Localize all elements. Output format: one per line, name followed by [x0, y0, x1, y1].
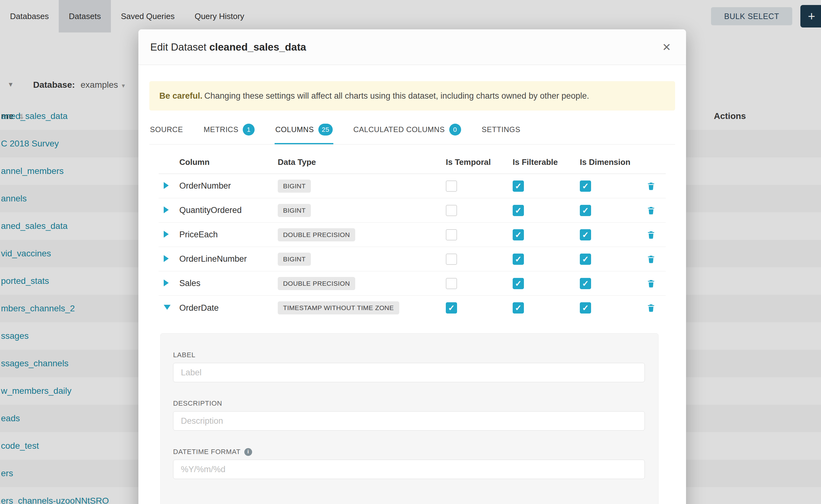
delete-column-icon[interactable] — [646, 279, 656, 288]
is-temporal-checkbox[interactable] — [446, 205, 457, 216]
column-name: PriceEach — [179, 230, 278, 240]
delete-column-icon[interactable] — [646, 206, 656, 215]
delete-column-icon[interactable] — [646, 303, 656, 313]
modal-title: Edit Dataset cleaned_sales_data — [150, 41, 306, 53]
modal-header: Edit Dataset cleaned_sales_data ✕ — [138, 29, 686, 65]
description-field-label: DESCRIPTION — [173, 399, 646, 408]
info-icon[interactable]: i — [244, 448, 252, 456]
is-dimension-checkbox[interactable] — [580, 254, 591, 265]
header-is-temporal: Is Temporal — [446, 157, 513, 167]
header-column: Column — [179, 157, 278, 167]
label-input[interactable] — [173, 363, 645, 382]
is-dimension-checkbox[interactable] — [580, 278, 591, 289]
data-type-pill: TIMESTAMP WITHOUT TIME ZONE — [278, 301, 399, 314]
is-temporal-checkbox[interactable] — [446, 254, 457, 265]
tab-badge: 0 — [449, 124, 461, 136]
data-type-pill: BIGINT — [278, 204, 311, 217]
is-filterable-checkbox[interactable] — [513, 205, 524, 216]
column-row: OrderLineNumber BIGINT — [159, 247, 666, 271]
header-data-type: Data Type — [278, 157, 446, 167]
expand-caret-icon[interactable] — [164, 279, 169, 286]
delete-column-icon[interactable] — [646, 254, 656, 264]
collapse-caret-icon[interactable] — [164, 305, 171, 310]
description-field: DESCRIPTION — [173, 399, 646, 431]
is-filterable-checkbox[interactable] — [513, 302, 524, 314]
is-temporal-checkbox[interactable] — [446, 229, 457, 240]
columns-table: Column Data Type Is Temporal Is Filterab… — [159, 151, 666, 320]
warning-bold: Be careful. — [159, 91, 202, 101]
tab-badge: 1 — [243, 124, 255, 136]
column-row: OrderNumber BIGINT — [159, 174, 666, 198]
data-type-pill: BIGINT — [278, 180, 311, 193]
tab-columns[interactable]: COLUMNS25 — [274, 118, 333, 144]
is-temporal-checkbox[interactable] — [446, 302, 457, 314]
app-window: Databases Datasets Saved Queries Query H… — [0, 0, 821, 504]
delete-column-icon[interactable] — [646, 230, 656, 240]
is-temporal-checkbox[interactable] — [446, 180, 457, 192]
expand-caret-icon[interactable] — [164, 206, 169, 213]
tab-badge: 25 — [318, 124, 333, 136]
tab-calculated-columns[interactable]: CALCULATED COLUMNS0 — [353, 118, 462, 144]
is-filterable-checkbox[interactable] — [513, 180, 524, 192]
modal-body: Be careful.Changing these settings will … — [138, 81, 686, 504]
datetime-format-field-label: DATETIME FORMAT i — [173, 448, 646, 456]
delete-column-icon[interactable] — [646, 181, 656, 191]
column-name: Sales — [179, 279, 278, 288]
column-row: Sales DOUBLE PRECISION — [159, 271, 666, 296]
close-icon[interactable]: ✕ — [659, 39, 675, 55]
data-type-pill: DOUBLE PRECISION — [278, 277, 355, 290]
expand-caret-icon[interactable] — [164, 182, 169, 189]
description-input[interactable] — [173, 411, 645, 431]
expand-caret-icon[interactable] — [164, 255, 169, 262]
datetime-format-input[interactable] — [173, 460, 645, 479]
column-row: QuantityOrdered BIGINT — [159, 198, 666, 223]
tab-metrics[interactable]: METRICS1 — [203, 118, 255, 144]
columns-table-header: Column Data Type Is Temporal Is Filterab… — [159, 151, 666, 174]
is-temporal-checkbox[interactable] — [446, 278, 457, 289]
warning-text: Changing these settings will affect all … — [204, 91, 589, 101]
datetime-format-field: DATETIME FORMAT i — [173, 448, 646, 479]
modal-tabs: SOURCE METRICS1 COLUMNS25 CALCULATED COL… — [149, 118, 675, 145]
warning-banner: Be careful.Changing these settings will … — [149, 81, 675, 111]
tab-source[interactable]: SOURCE — [149, 118, 184, 144]
is-filterable-checkbox[interactable] — [513, 229, 524, 240]
data-type-pill: DOUBLE PRECISION — [278, 228, 355, 241]
dataset-name: cleaned_sales_data — [209, 41, 306, 53]
is-dimension-checkbox[interactable] — [580, 229, 591, 240]
column-row: OrderDate TIMESTAMP WITHOUT TIME ZONE — [159, 296, 666, 320]
label-field: LABEL — [173, 351, 646, 382]
column-detail-panel: LABEL DESCRIPTION DATETIME FORMAT i — [160, 333, 659, 504]
column-name: OrderLineNumber — [179, 254, 278, 264]
header-is-filterable: Is Filterable — [513, 157, 580, 167]
data-type-pill: BIGINT — [278, 253, 311, 266]
column-name: QuantityOrdered — [179, 205, 278, 215]
is-dimension-checkbox[interactable] — [580, 205, 591, 216]
tab-settings[interactable]: SETTINGS — [481, 118, 521, 144]
column-name: OrderNumber — [179, 181, 278, 191]
is-dimension-checkbox[interactable] — [580, 302, 591, 314]
expand-caret-icon[interactable] — [164, 231, 169, 238]
label-field-label: LABEL — [173, 351, 646, 359]
is-filterable-checkbox[interactable] — [513, 278, 524, 289]
column-name: OrderDate — [179, 303, 278, 313]
edit-dataset-modal: Edit Dataset cleaned_sales_data ✕ Be car… — [138, 29, 686, 504]
is-dimension-checkbox[interactable] — [580, 180, 591, 192]
header-is-dimension: Is Dimension — [580, 157, 636, 167]
column-row: PriceEach DOUBLE PRECISION — [159, 223, 666, 247]
is-filterable-checkbox[interactable] — [513, 254, 524, 265]
